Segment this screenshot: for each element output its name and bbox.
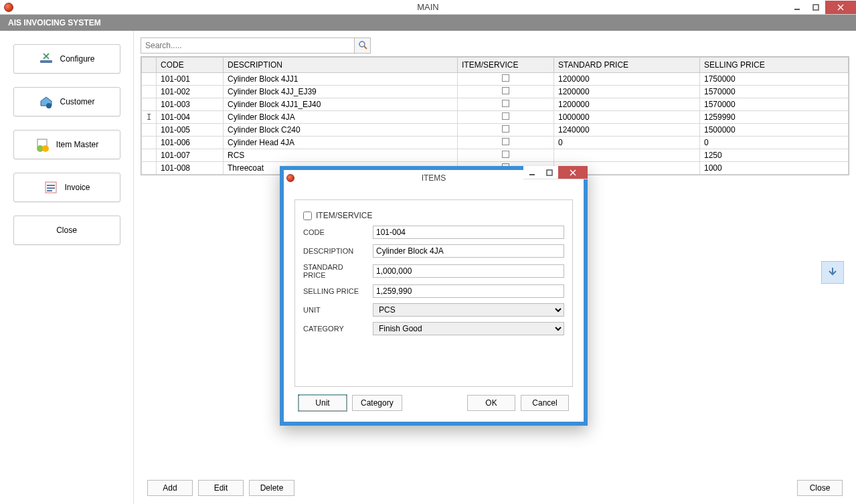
svg-rect-14 [47,190,52,191]
grid-header-selling-price[interactable]: SELLING PRICE [700,58,849,73]
grid-header-indicator [142,58,157,73]
selling-price-field[interactable] [373,284,564,298]
code-row: CODE [303,226,564,239]
table-row[interactable]: 101-005Cylinder Block C24012400001500000 [142,124,849,137]
row-indicator [142,162,157,175]
table-row[interactable]: 101-006Cylinder Head 4JA00 [142,137,849,149]
row-indicator [142,86,157,98]
table-row[interactable]: 101-002Cylinder Block 4JJ_EJ391200000157… [142,86,849,98]
row-indicator [142,149,157,162]
table-row[interactable]: 101-007RCS1250 [142,149,849,162]
row-item-service[interactable] [458,86,554,98]
dialog-body: ITEM/SERVICE CODE DESCRIPTION STANDARD P… [284,186,584,422]
checkbox-icon [502,87,509,94]
row-selling-price: 1500000 [700,124,849,137]
row-code: 101-008 [157,162,224,175]
edit-label: Edit [214,483,228,493]
row-code: 101-007 [157,149,224,162]
row-standard-price: 0 [554,137,700,149]
row-standard-price: 1240000 [554,124,700,137]
description-row: DESCRIPTION [303,244,564,258]
row-indicator [142,137,157,149]
search-wrap [141,37,849,54]
dialog-footer: Unit Category OK Cancel [294,387,573,415]
customer-icon [38,94,54,110]
category-row: CATEGORY Finish Good [303,322,564,335]
row-item-service[interactable] [458,137,554,149]
row-indicator [142,73,157,86]
row-item-service[interactable] [458,149,554,162]
row-selling-price: 0 [700,137,849,149]
dialog-ok-button[interactable]: OK [467,395,515,411]
row-item-service[interactable] [458,111,554,124]
item-master-label: Item Master [56,140,98,149]
item-master-button[interactable]: Item Master [13,130,120,159]
dialog-unit-button[interactable]: Unit [298,395,347,411]
standard-price-field[interactable] [373,264,564,278]
category-label: CATEGORY [303,325,366,333]
invoice-button[interactable]: Invoice [13,173,120,202]
invoice-label: Invoice [64,183,90,192]
sidebar-close-button[interactable]: Close [13,216,120,245]
search-input[interactable] [141,37,355,54]
table-row[interactable]: I101-004Cylinder Block 4JA10000001259990 [142,111,849,124]
code-field[interactable] [373,226,564,239]
svg-rect-17 [529,174,535,175]
row-standard-price [554,149,700,162]
form-panel: ITEM/SERVICE CODE DESCRIPTION STANDARD P… [294,199,573,387]
svg-point-15 [359,41,365,47]
grid-header-item-service[interactable]: ITEM/SERVICE [458,58,554,73]
row-item-service[interactable] [458,98,554,111]
svg-rect-13 [47,187,55,189]
row-code: 101-001 [157,73,224,86]
checkbox-icon [502,100,509,107]
main-titlebar: MAIN [0,0,856,15]
code-label: CODE [303,228,366,236]
grid-header-row: CODE DESCRIPTION ITEM/SERVICE STANDARD P… [142,58,849,73]
grid-header-code[interactable]: CODE [157,58,224,73]
dialog-maximize-button[interactable] [541,166,558,179]
table-row[interactable]: 101-001Cylinder Block 4JJ112000001750000 [142,73,849,86]
customer-label: Customer [60,97,94,106]
customer-button[interactable]: Customer [13,87,120,116]
row-item-service[interactable] [458,73,554,86]
arrow-down-icon [827,266,839,280]
dialog-close-button[interactable] [558,166,588,179]
search-button[interactable] [355,37,371,54]
row-selling-price: 1259990 [700,111,849,124]
dialog-cancel-button[interactable]: Cancel [521,395,569,411]
edit-button[interactable]: Edit [198,480,244,496]
item-service-checkbox[interactable] [303,212,312,220]
scroll-down-button[interactable] [821,261,844,284]
item-master-icon [35,137,51,153]
grid-header-standard-price[interactable]: STANDARD PRICE [554,58,700,73]
add-button[interactable]: Add [147,480,193,496]
table-row[interactable]: 101-003Cylinder Block 4JJ1_EJ40120000015… [142,98,849,111]
row-description: Cylinder Head 4JA [224,137,458,149]
svg-point-10 [42,145,49,152]
checkbox-icon [502,125,509,133]
svg-rect-12 [47,185,55,186]
unit-select[interactable]: PCS [373,303,564,317]
category-select[interactable]: Finish Good [373,322,564,335]
dialog-unit-label: Unit [315,398,329,408]
item-service-row: ITEM/SERVICE [303,211,564,220]
row-code: 101-003 [157,98,224,111]
row-item-service[interactable] [458,124,554,137]
dialog-category-button[interactable]: Category [352,395,402,411]
ribbon-title: AIS INVOICING SYSTEM [8,18,101,27]
svg-rect-4 [40,60,52,63]
checkbox-icon [502,74,509,82]
svg-line-16 [364,46,367,49]
row-selling-price: 1570000 [700,86,849,98]
delete-button[interactable]: Delete [249,480,294,496]
description-field[interactable] [373,244,564,258]
configure-icon [38,51,54,67]
grid-header-description[interactable]: DESCRIPTION [224,58,458,73]
content-close-button[interactable]: Close [797,480,843,496]
dialog-minimize-button[interactable] [523,166,541,179]
items-grid[interactable]: CODE DESCRIPTION ITEM/SERVICE STANDARD P… [141,56,849,175]
window-title: MAIN [0,2,856,12]
configure-button[interactable]: Configure [13,44,120,74]
row-description: Cylinder Block C240 [224,124,458,137]
